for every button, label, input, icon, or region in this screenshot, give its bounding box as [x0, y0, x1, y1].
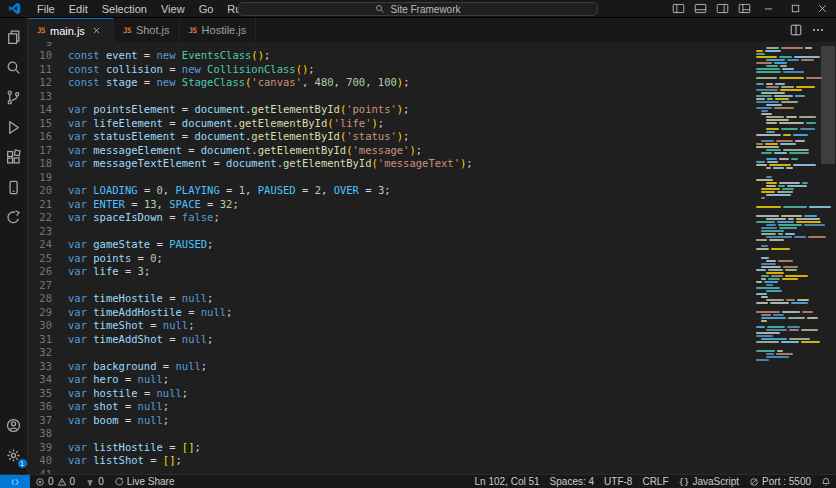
code-line-12[interactable]: 12const stage = new StageClass('canvas',…	[28, 76, 752, 90]
status-text: Live Share	[127, 476, 175, 487]
error-icon	[35, 477, 45, 487]
code-line-22[interactable]: 22var spaceIsDown = false;	[28, 211, 752, 225]
status-text: JavaScript	[692, 476, 739, 487]
line-content: var ENTER = 13, SPACE = 32;	[68, 198, 239, 212]
activity-source-control[interactable]	[0, 82, 28, 112]
close-tab-icon[interactable]	[90, 24, 104, 38]
line-number: 22	[28, 211, 52, 225]
status-notifications[interactable]	[816, 475, 836, 488]
line-content: var life = 3;	[68, 265, 150, 279]
tab-label: main.js	[50, 25, 85, 37]
status-remote-indicator[interactable]	[0, 475, 30, 488]
editor[interactable]: 910const event = new EventsClass();11con…	[28, 42, 836, 474]
code-line-9[interactable]: 9	[28, 42, 752, 49]
editor-column: JSmain.jsJSShot.jsJSHostile.js 910const …	[28, 18, 836, 474]
code-line-19[interactable]: 19	[28, 171, 752, 185]
code-line-16[interactable]: 16var statusElement = document.getElemen…	[28, 130, 752, 144]
code-line-21[interactable]: 21var ENTER = 13, SPACE = 32;	[28, 198, 752, 212]
status-ports[interactable]: 0	[80, 475, 109, 488]
code-line-20[interactable]: 20var LOADING = 0, PLAYING = 1, PAUSED =…	[28, 184, 752, 198]
code-line-36[interactable]: 36var shot = null;	[28, 400, 752, 414]
minimap[interactable]	[754, 42, 820, 474]
customize-layout-icon[interactable]	[733, 0, 755, 17]
activity-live-share[interactable]	[0, 202, 28, 232]
code-line-13[interactable]: 13	[28, 90, 752, 104]
tab-main.js[interactable]: JSmain.js	[28, 18, 114, 42]
status-left: 000Live Share	[0, 475, 180, 488]
code-line-40[interactable]: 40var listShot = [];	[28, 454, 752, 468]
line-content: var gameState = PAUSED;	[68, 238, 213, 252]
code-line-18[interactable]: 18var messageTextElement = document.getE…	[28, 157, 752, 171]
status-indentation[interactable]: Spaces: 4	[545, 475, 599, 488]
tab-label: Shot.js	[136, 24, 170, 36]
code-line-24[interactable]: 24var gameState = PAUSED;	[28, 238, 752, 252]
activity-settings[interactable]: 1	[0, 440, 28, 470]
code-line-32[interactable]: 32	[28, 346, 752, 360]
code-line-15[interactable]: 15var lifeElement = document.getElementB…	[28, 117, 752, 131]
status-problems[interactable]: 00	[30, 475, 80, 488]
menu-view[interactable]: View	[154, 0, 192, 17]
status-eol-sequence[interactable]: CRLF	[637, 475, 673, 488]
split-editor-icon[interactable]	[786, 23, 806, 37]
menu-file[interactable]: File	[30, 0, 62, 17]
toggle-sidebar-icon[interactable]	[667, 0, 689, 17]
status-encoding[interactable]: UTF-8	[599, 475, 637, 488]
tab-Shot.js[interactable]: JSShot.js	[114, 18, 180, 42]
scrollbar-thumb[interactable]	[821, 46, 835, 164]
code-line-10[interactable]: 10const event = new EventsClass();	[28, 49, 752, 63]
status-text: CRLF	[642, 476, 668, 487]
status-language-mode[interactable]: {}JavaScript	[674, 475, 745, 488]
activity-search[interactable]	[0, 52, 28, 82]
code-line-28[interactable]: 28var timeHostile = null;	[28, 292, 752, 306]
toggle-panel-icon[interactable]	[689, 0, 711, 17]
status-text: Spaces: 4	[550, 476, 594, 487]
tabs: JSmain.jsJSShot.jsJSHostile.js	[28, 18, 256, 42]
line-content: var timeAddShot = null;	[68, 333, 213, 347]
status-cursor-position[interactable]: Ln 102, Col 51	[470, 475, 545, 488]
menu-selection[interactable]: Selection	[95, 0, 154, 17]
code-line-26[interactable]: 26var life = 3;	[28, 265, 752, 279]
line-number: 29	[28, 306, 52, 320]
code-line-17[interactable]: 17var messageElement = document.getEleme…	[28, 144, 752, 158]
line-number: 15	[28, 117, 52, 131]
activity-extensions[interactable]	[0, 142, 28, 172]
minimize-icon[interactable]	[755, 0, 782, 17]
code-area[interactable]: 910const event = new EventsClass();11con…	[28, 42, 752, 474]
status-live-share[interactable]: Live Share	[109, 475, 180, 488]
code-line-38[interactable]: 38	[28, 427, 752, 441]
code-line-23[interactable]: 23	[28, 225, 752, 239]
code-line-39[interactable]: 39var listHostile = [];	[28, 441, 752, 455]
tab-Hostile.js[interactable]: JSHostile.js	[180, 18, 257, 42]
status-live-server-port[interactable]: Port : 5500	[744, 475, 816, 488]
code-line-30[interactable]: 30var timeShot = null;	[28, 319, 752, 333]
code-line-29[interactable]: 29var timeAddHostile = null;	[28, 306, 752, 320]
toggle-secondary-sidebar-icon[interactable]	[711, 0, 733, 17]
activity-mobile-view[interactable]	[0, 172, 28, 202]
code-line-25[interactable]: 25var points = 0;	[28, 252, 752, 266]
more-actions-icon[interactable]	[808, 23, 828, 37]
line-number: 27	[28, 279, 52, 293]
code-line-35[interactable]: 35var hostile = null;	[28, 387, 752, 401]
maximize-icon[interactable]	[782, 0, 809, 17]
code-line-37[interactable]: 37var boom = null;	[28, 414, 752, 428]
activity-accounts[interactable]	[0, 410, 28, 440]
activity-explorer[interactable]	[0, 22, 28, 52]
menu-edit[interactable]: Edit	[62, 0, 95, 17]
code-line-27[interactable]: 27	[28, 279, 752, 293]
command-center-search[interactable]: Site Framework	[238, 2, 598, 16]
scrollbar[interactable]	[820, 42, 836, 474]
code-line-34[interactable]: 34var hero = null;	[28, 373, 752, 387]
search-label: Site Framework	[390, 4, 460, 15]
code-line-11[interactable]: 11const collision = new CollisionClass()…	[28, 63, 752, 77]
close-window-icon[interactable]	[809, 0, 836, 17]
activity-run-and-debug[interactable]	[0, 112, 28, 142]
js-file-icon: JS	[37, 26, 45, 35]
code-line-31[interactable]: 31var timeAddShot = null;	[28, 333, 752, 347]
title-bar: FileEditSelectionViewGoRunTerminalHelp S…	[0, 0, 836, 18]
settings-badge: 1	[18, 459, 27, 468]
menu-go[interactable]: Go	[192, 0, 221, 17]
code-line-33[interactable]: 33var background = null;	[28, 360, 752, 374]
line-content: var spaceIsDown = false;	[68, 211, 220, 225]
code-line-14[interactable]: 14var pointsElement = document.getElemen…	[28, 103, 752, 117]
code-line-41[interactable]: 41	[28, 468, 752, 475]
